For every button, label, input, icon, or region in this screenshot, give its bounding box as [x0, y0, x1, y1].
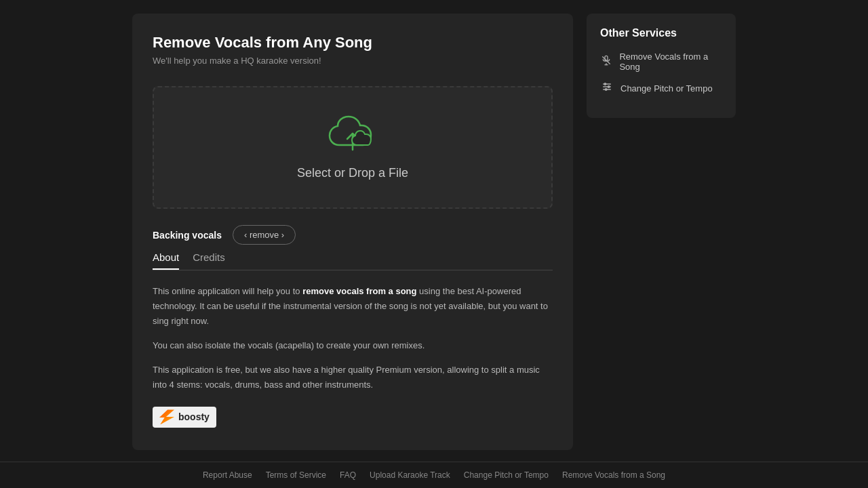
footer-link-change-pitch[interactable]: Change Pitch or Tempo: [464, 470, 549, 480]
tab-credits[interactable]: Credits: [193, 251, 225, 270]
footer-link-report-abuse[interactable]: Report Abuse: [203, 470, 252, 480]
sidebar-item-remove-vocals[interactable]: Remove Vocals from a Song: [600, 52, 722, 72]
footer-link-upload-karaoke[interactable]: Upload Karaoke Track: [370, 470, 450, 480]
svg-point-10: [605, 89, 607, 91]
about-paragraph-3: This application is free, but we also ha…: [153, 363, 553, 392]
footer-link-remove-vocals[interactable]: Remove Vocals from a Song: [562, 470, 665, 480]
footer: Report Abuse Terms of Service FAQ Upload…: [0, 462, 868, 488]
sidebar-panel: Other Services Remove Vocals from a Song: [587, 14, 736, 118]
page-subtitle: We'll help you make a HQ karaoke version…: [153, 56, 553, 66]
svg-point-9: [608, 86, 610, 88]
main-panel: Remove Vocals from Any Song We'll help y…: [132, 14, 573, 450]
mic-icon: [600, 55, 612, 68]
page-title: Remove Vocals from Any Song: [153, 34, 553, 52]
tabs-row: About Credits: [153, 251, 553, 270]
cloud-upload-icon: [167, 115, 538, 158]
about-paragraph-1: This online application will help you to…: [153, 284, 553, 329]
sidebar-title: Other Services: [600, 27, 722, 39]
sidebar-item-remove-vocals-label: Remove Vocals from a Song: [619, 52, 722, 72]
upload-area[interactable]: Select or Drop a File: [153, 86, 553, 209]
boosty-text: boosty: [178, 409, 210, 426]
about-paragraph-2: You can also isolate the vocals (acapell…: [153, 338, 553, 353]
footer-link-faq[interactable]: FAQ: [340, 470, 356, 480]
backing-vocals-label: Backing vocals: [153, 230, 222, 241]
options-row: Backing vocals ‹ remove ›: [153, 225, 553, 245]
footer-link-tos[interactable]: Terms of Service: [266, 470, 326, 480]
sidebar-item-change-pitch[interactable]: Change Pitch or Tempo: [600, 81, 722, 95]
tab-about[interactable]: About: [153, 251, 179, 270]
sliders-icon: [600, 81, 614, 95]
about-content: This online application will help you to…: [153, 284, 553, 430]
remove-button[interactable]: ‹ remove ›: [233, 225, 296, 245]
boosty-logo[interactable]: boosty: [153, 407, 216, 428]
upload-label: Select or Drop a File: [167, 166, 538, 180]
svg-point-8: [604, 83, 606, 85]
sidebar-item-change-pitch-label: Change Pitch or Tempo: [620, 83, 713, 94]
